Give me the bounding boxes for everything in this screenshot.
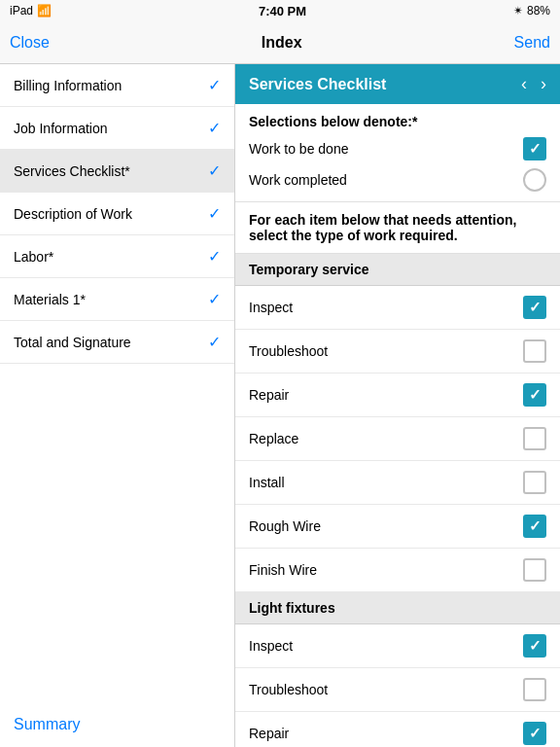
sidebar-job-label: Job Information <box>14 121 108 136</box>
nav-bar: Close Index Send <box>0 21 560 64</box>
temp-inspect-label: Inspect <box>249 300 293 315</box>
sidebar-total-label: Total and Signature <box>14 335 131 350</box>
temp-replace-label: Replace <box>249 431 298 446</box>
sidebar-item-labor[interactable]: Labor* ✓ <box>0 235 234 278</box>
light-inspect-row: Inspect <box>235 624 560 668</box>
status-right: ✴ 88% <box>513 4 550 18</box>
send-button[interactable]: Send <box>514 34 550 52</box>
light-repair-row: Repair <box>235 712 560 747</box>
sidebar-footer: Summary <box>0 702 234 747</box>
index-label: Index <box>262 34 302 52</box>
content-header: Services Checklist ‹ › <box>235 64 560 104</box>
sidebar: Billing Information ✓ Job Information ✓ … <box>0 64 235 747</box>
temp-install-checkbox[interactable] <box>523 471 546 494</box>
job-check-icon: ✓ <box>208 119 221 137</box>
light-troubleshoot-checkbox[interactable] <box>523 678 546 701</box>
sidebar-item-services[interactable]: Services Checklist* ✓ <box>0 150 234 193</box>
content-nav: ‹ › <box>521 74 546 94</box>
billing-check-icon: ✓ <box>208 76 221 94</box>
sidebar-item-total[interactable]: Total and Signature ✓ <box>0 321 234 364</box>
status-bar: iPad 📶 7:40 PM ✴ 88% <box>0 0 560 21</box>
bluetooth-icon: ✴ <box>513 4 523 18</box>
light-inspect-checkbox[interactable] <box>523 634 546 658</box>
sidebar-billing-label: Billing Information <box>14 78 122 93</box>
temp-replace-row: Replace <box>235 417 560 461</box>
light-repair-label: Repair <box>249 726 289 741</box>
attention-note: For each item below that needs attention… <box>235 202 560 254</box>
temp-repair-checkbox[interactable] <box>523 383 546 407</box>
temp-replace-checkbox[interactable] <box>523 427 546 450</box>
wifi-icon: 📶 <box>37 4 52 18</box>
status-left: iPad 📶 <box>10 4 52 18</box>
temp-roughwire-label: Rough Wire <box>249 518 321 534</box>
light-troubleshoot-row: Troubleshoot <box>235 668 560 712</box>
temp-finishwire-checkbox[interactable] <box>523 558 546 582</box>
work-completed-checkbox[interactable] <box>523 168 546 192</box>
content-title: Services Checklist <box>249 76 386 93</box>
light-troubleshoot-label: Troubleshoot <box>249 682 328 697</box>
work-to-be-done-checkbox[interactable] <box>523 137 546 160</box>
selections-note: Selections below denote:* <box>249 114 546 129</box>
sidebar-materials-label: Materials 1* <box>14 292 86 307</box>
battery-label: 88% <box>527 4 550 18</box>
sidebar-item-job[interactable]: Job Information ✓ <box>0 107 234 150</box>
temp-finishwire-row: Finish Wire <box>235 549 560 592</box>
temp-finishwire-label: Finish Wire <box>249 562 317 578</box>
content-panel: Services Checklist ‹ › Selections below … <box>235 64 560 747</box>
sidebar-item-description[interactable]: Description of Work ✓ <box>0 193 234 235</box>
total-check-icon: ✓ <box>208 333 221 351</box>
services-check-icon: ✓ <box>208 161 221 180</box>
section-header-light: Light fixtures <box>235 592 560 624</box>
sidebar-item-billing[interactable]: Billing Information ✓ <box>0 64 234 107</box>
materials-check-icon: ✓ <box>208 290 221 308</box>
sidebar-item-materials[interactable]: Materials 1* ✓ <box>0 278 234 321</box>
labor-check-icon: ✓ <box>208 247 221 266</box>
temp-troubleshoot-row: Troubleshoot <box>235 330 560 374</box>
status-time: 7:40 PM <box>259 4 306 18</box>
description-check-icon: ✓ <box>208 204 221 223</box>
temp-repair-label: Repair <box>249 387 289 403</box>
temp-roughwire-row: Rough Wire <box>235 505 560 549</box>
temp-inspect-row: Inspect <box>235 286 560 330</box>
selections-section: Selections below denote:* Work to be don… <box>235 104 560 202</box>
temp-troubleshoot-label: Troubleshoot <box>249 343 328 359</box>
temp-install-label: Install <box>249 475 285 490</box>
carrier-label: iPad <box>10 4 33 18</box>
content-scroll: Selections below denote:* Work to be don… <box>235 104 560 747</box>
light-inspect-label: Inspect <box>249 638 293 654</box>
temp-troubleshoot-checkbox[interactable] <box>523 339 546 363</box>
light-repair-checkbox[interactable] <box>523 722 546 745</box>
sidebar-description-label: Description of Work <box>14 206 132 222</box>
sidebar-services-label: Services Checklist* <box>14 163 130 179</box>
temp-roughwire-checkbox[interactable] <box>523 515 546 538</box>
main-content: Billing Information ✓ Job Information ✓ … <box>0 64 560 747</box>
sidebar-labor-label: Labor* <box>14 249 53 265</box>
temp-inspect-checkbox[interactable] <box>523 296 546 319</box>
nav-next-icon[interactable]: › <box>541 74 546 94</box>
temp-repair-row: Repair <box>235 374 560 417</box>
close-button[interactable]: Close <box>10 34 50 52</box>
section-header-temporary: Temporary service <box>235 254 560 286</box>
nav-prev-icon[interactable]: ‹ <box>521 74 527 94</box>
summary-link[interactable]: Summary <box>14 716 80 732</box>
temp-install-row: Install <box>235 461 560 505</box>
work-completed-label: Work completed <box>249 172 347 188</box>
work-to-be-done-label: Work to be done <box>249 141 348 157</box>
